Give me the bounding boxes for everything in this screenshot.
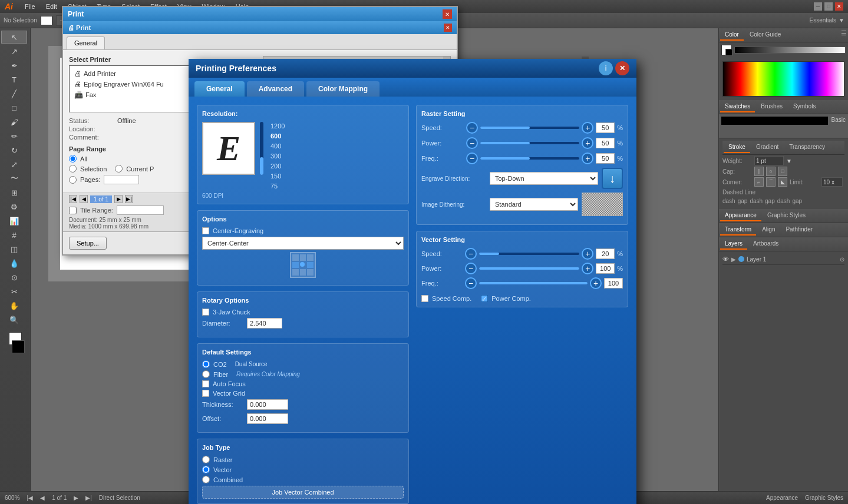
- co2-radio[interactable]: [202, 360, 210, 368]
- center-dropdown[interactable]: Center-Center: [202, 237, 404, 250]
- combined-radio[interactable]: [202, 476, 210, 483]
- tile-range-checkbox[interactable]: [69, 207, 77, 214]
- res-150[interactable]: 150: [268, 172, 404, 180]
- rotate-tool[interactable]: ↻: [1, 144, 27, 157]
- menu-file[interactable]: File: [20, 2, 40, 11]
- limit-input[interactable]: [821, 177, 843, 187]
- fill-icon[interactable]: [721, 45, 732, 55]
- radio-all[interactable]: [69, 155, 77, 163]
- radio-pages[interactable]: [69, 176, 77, 184]
- tab-stroke[interactable]: Stroke: [724, 142, 750, 153]
- print-tab-general[interactable]: General: [67, 37, 105, 49]
- engrave-direction-select[interactable]: Top-Down: [490, 172, 598, 185]
- eyedropper-tool[interactable]: 💧: [1, 257, 27, 270]
- res-200[interactable]: 200: [268, 162, 404, 170]
- resolution-slider[interactable]: [260, 122, 263, 175]
- res-400[interactable]: 400: [268, 142, 404, 150]
- column-graph-tool[interactable]: 📊: [1, 214, 27, 227]
- raster-power-slider[interactable]: [480, 142, 579, 144]
- hand-tool[interactable]: ✋: [1, 299, 27, 312]
- nav-next[interactable]: ▶: [74, 495, 78, 501]
- vector-grid-checkbox[interactable]: [202, 390, 209, 397]
- vector-freq-plus[interactable]: +: [590, 277, 602, 289]
- stroke-icon[interactable]: [725, 49, 732, 56]
- pref-tab-advanced[interactable]: Advanced: [247, 81, 304, 97]
- corner-miter-btn[interactable]: ⌐: [754, 177, 764, 187]
- res-1200[interactable]: 1200: [268, 122, 404, 130]
- tab-symbols[interactable]: Symbols: [788, 101, 820, 112]
- corner-bevel-btn[interactable]: ◣: [778, 177, 787, 187]
- power-comp-checkbox[interactable]: ✓: [481, 295, 488, 302]
- shape-tool[interactable]: □: [1, 101, 27, 114]
- nav-last[interactable]: ▶|: [85, 495, 92, 501]
- tile-range-input[interactable]: [117, 205, 164, 215]
- select-tool[interactable]: ↖: [1, 31, 27, 44]
- tab-brushes[interactable]: Brushes: [756, 101, 787, 112]
- symbol-tool[interactable]: ⚙: [1, 200, 27, 213]
- thickness-input[interactable]: [247, 399, 288, 410]
- first-page-btn[interactable]: |◀: [69, 195, 77, 203]
- minimize-button[interactable]: ─: [814, 2, 822, 11]
- tab-artboards[interactable]: Artboards: [748, 238, 783, 250]
- pref-tab-general[interactable]: General: [194, 81, 245, 97]
- raster-radio[interactable]: [202, 456, 210, 463]
- pref-tab-color-mapping[interactable]: Color Mapping: [306, 81, 380, 97]
- next-page-btn[interactable]: ▶: [114, 195, 123, 203]
- vector-freq-minus[interactable]: −: [465, 277, 477, 289]
- gradient-tool[interactable]: ◫: [1, 243, 27, 256]
- direct-select-tool[interactable]: ↗: [1, 45, 27, 58]
- scale-tool[interactable]: ⤢: [1, 158, 27, 171]
- pref-close-button[interactable]: ✕: [615, 61, 629, 75]
- auto-focus-checkbox[interactable]: [202, 380, 209, 387]
- raster-power-plus[interactable]: +: [582, 137, 593, 149]
- tab-transform[interactable]: Transform: [720, 224, 756, 236]
- brush-tool[interactable]: 🖌: [1, 115, 27, 128]
- tab-transparency[interactable]: Transparency: [784, 142, 830, 153]
- corner-round-btn[interactable]: ⌒: [766, 177, 776, 187]
- last-page-btn[interactable]: ▶|: [125, 195, 133, 203]
- diameter-input[interactable]: [247, 318, 282, 329]
- vector-speed-minus[interactable]: −: [465, 248, 477, 260]
- offset-input[interactable]: [247, 413, 288, 424]
- vector-freq-slider[interactable]: [479, 282, 588, 284]
- raster-freq-minus[interactable]: −: [466, 152, 478, 164]
- vector-power-minus[interactable]: −: [465, 263, 477, 274]
- panel-menu-btn[interactable]: ☰: [841, 29, 847, 41]
- pen-tool[interactable]: ✒: [1, 59, 27, 72]
- cap-round-btn[interactable]: ○: [766, 167, 776, 176]
- print-inner-close-btn[interactable]: ✕: [444, 24, 452, 32]
- vector-speed-plus[interactable]: +: [582, 248, 593, 260]
- print-dialog-close-button[interactable]: ✕: [443, 9, 452, 19]
- res-300[interactable]: 300: [268, 152, 404, 160]
- pref-info-button[interactable]: i: [599, 61, 613, 75]
- nav-prev[interactable]: ◀: [40, 495, 45, 501]
- res-600[interactable]: 600: [268, 132, 404, 140]
- free-transform-tool[interactable]: ⊞: [1, 186, 27, 199]
- tab-layers[interactable]: Layers: [720, 238, 747, 250]
- tab-graphic-styles[interactable]: Graphic Styles: [763, 210, 810, 221]
- vector-radio[interactable]: [202, 466, 210, 473]
- radio-selection[interactable]: [69, 165, 77, 173]
- line-tool[interactable]: ╱: [1, 87, 27, 100]
- setup-button[interactable]: Setup...: [69, 237, 107, 250]
- warp-tool[interactable]: 〜: [1, 172, 27, 185]
- layer-options-icon[interactable]: ⊙: [840, 256, 844, 263]
- tab-color[interactable]: Color: [720, 29, 744, 41]
- tab-gradient[interactable]: Gradient: [751, 142, 783, 153]
- jaw-chuck-checkbox[interactable]: [202, 309, 209, 316]
- type-tool[interactable]: T: [1, 73, 27, 86]
- raster-speed-slider[interactable]: [480, 127, 579, 129]
- radio-current[interactable]: [115, 165, 123, 173]
- speed-comp-checkbox[interactable]: [421, 295, 428, 302]
- vector-power-slider[interactable]: [479, 267, 579, 270]
- pages-input[interactable]: [104, 175, 139, 184]
- raster-speed-minus[interactable]: −: [466, 122, 478, 134]
- tab-swatches[interactable]: Swatches: [720, 101, 755, 112]
- layer-name[interactable]: Layer 1: [747, 256, 837, 263]
- scissors-tool[interactable]: ✂: [1, 285, 27, 298]
- stroke-color[interactable]: [12, 340, 25, 353]
- vector-speed-slider[interactable]: [479, 253, 579, 255]
- tab-color-guide[interactable]: Color Guide: [745, 29, 786, 41]
- image-dithering-select[interactable]: Standard: [490, 198, 578, 211]
- weight-input[interactable]: [754, 156, 784, 165]
